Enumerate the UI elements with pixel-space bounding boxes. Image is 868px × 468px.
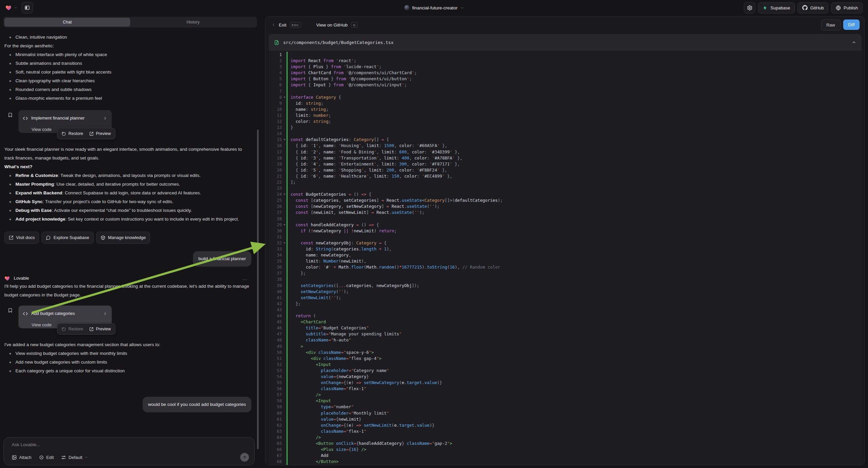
lovable-logo[interactable] xyxy=(5,4,12,11)
list-item: Add project knowledge: Set key context o… xyxy=(4,215,251,224)
line-number: 55 xyxy=(269,380,286,386)
restore-button[interactable]: Restore xyxy=(59,324,86,334)
explore-supabase-button[interactable]: Explore Supabase xyxy=(41,232,93,244)
g-shortcut-badge: G xyxy=(351,22,358,28)
message-menu-icon[interactable]: … xyxy=(242,274,248,283)
line-number: 67 xyxy=(269,452,286,459)
bookmark-icon[interactable] xyxy=(8,112,13,118)
send-button[interactable] xyxy=(240,453,249,462)
github-icon xyxy=(802,5,808,10)
diff-toggle-button[interactable]: Diff xyxy=(843,20,860,30)
tab-history[interactable]: History xyxy=(130,18,256,27)
code-editor[interactable]: 12import React from 'react';3import { Pl… xyxy=(269,51,862,465)
fold-chevron-icon[interactable] xyxy=(283,242,285,244)
code-line: 22]; xyxy=(269,179,862,185)
line-number: 61 xyxy=(269,416,286,422)
line-number: 58 xyxy=(269,398,286,404)
code-line: 2import React from 'react'; xyxy=(269,58,862,64)
code-line: 29 const handleAddCategory = () => { xyxy=(269,222,862,228)
line-number: 11 xyxy=(269,113,286,118)
tab-chat[interactable]: Chat xyxy=(4,18,130,27)
list-item: View existing budget categories with the… xyxy=(4,349,251,358)
code-line: 7 xyxy=(269,88,862,94)
assistant-paragraph: I'll help you add budget categories to t… xyxy=(4,282,251,299)
code-line: 67 Add xyxy=(269,452,862,459)
arrow-up-icon xyxy=(243,455,247,460)
line-number: 45 xyxy=(269,319,286,325)
visit-docs-button[interactable]: Visit docs xyxy=(4,232,39,244)
code-line: 58 <Input xyxy=(269,398,862,404)
fold-chevron-icon[interactable] xyxy=(283,139,285,140)
chat-panel: Chat History Clean, intuitive navigation… xyxy=(0,16,260,468)
list-item: Glass-morphic elements for a premium fee… xyxy=(4,94,251,103)
chevron-right-icon xyxy=(103,312,107,316)
code-line: 19 { id: '4', name: 'Entertainment', lim… xyxy=(269,161,862,167)
design-heading: For the design aesthetic: xyxy=(4,41,251,50)
line-number: 37 xyxy=(269,270,286,276)
code-line: 49 > xyxy=(269,344,862,350)
code-line: 46 title="Budget Categories" xyxy=(269,325,862,331)
code-line: 39 setCategories([...categories, newCate… xyxy=(269,283,862,289)
chat-scrollbar[interactable] xyxy=(257,129,259,449)
code-line: 44 return ( xyxy=(269,313,862,319)
exit-button[interactable]: Exit xyxy=(279,23,286,28)
bullet-list: Clean, intuitive navigation xyxy=(4,33,251,41)
bookmark-icon[interactable] xyxy=(8,308,13,313)
line-number: 44 xyxy=(269,313,286,319)
line-number: 34 xyxy=(269,252,286,258)
esc-shortcut-badge: ESC xyxy=(290,22,301,28)
chat-messages[interactable]: Clean, intuitive navigation For the desi… xyxy=(0,30,256,437)
line-number: 46 xyxy=(269,325,286,331)
line-number: 62 xyxy=(269,422,286,429)
list-item: Add new budget categories with custom li… xyxy=(4,358,251,367)
attach-button[interactable]: Attach xyxy=(12,455,32,460)
added-bullet-list: View existing budget categories with the… xyxy=(4,349,251,375)
fold-chevron-icon[interactable] xyxy=(283,97,285,98)
fold-chevron-icon[interactable] xyxy=(283,224,285,226)
supabase-button[interactable]: Supabase xyxy=(758,2,795,13)
line-number: 12 xyxy=(269,118,286,124)
code-line: 40 setNewCategory(''); xyxy=(269,289,862,295)
external-link-icon xyxy=(89,131,94,136)
edit-button[interactable]: Edit xyxy=(39,455,54,460)
line-number: 3 xyxy=(269,64,286,70)
code-line: 42 }; xyxy=(269,301,862,307)
line-number: 42 xyxy=(269,301,286,307)
top-bar: financial-future-creator Supabase GitHub… xyxy=(0,0,868,16)
line-number: 25 xyxy=(269,197,286,203)
code-line: 25 const [categories, setCategories] = R… xyxy=(269,197,862,203)
manage-knowledge-button[interactable]: Manage knowledge xyxy=(96,232,150,244)
project-switcher[interactable]: financial-future-creator xyxy=(404,0,464,16)
settings-button[interactable] xyxy=(744,2,755,13)
line-number: 26 xyxy=(269,203,286,209)
toggle-sidebar-button[interactable] xyxy=(22,2,33,13)
line-number: 53 xyxy=(269,368,286,374)
chat-input[interactable] xyxy=(12,442,249,453)
code-line: 10 name: string; xyxy=(269,107,862,113)
code-icon xyxy=(23,116,28,121)
file-path: src/components/budget/BudgetCategories.t… xyxy=(283,40,394,45)
file-header[interactable]: src/components/budget/BudgetCategories.t… xyxy=(269,34,862,51)
chevron-up-icon[interactable] xyxy=(851,40,856,45)
code-line: 20 { id: '5', name: 'Shopping', limit: 2… xyxy=(269,167,862,173)
model-selector[interactable]: Default xyxy=(61,455,88,460)
github-button[interactable]: GitHub xyxy=(798,2,829,13)
chevron-down-icon[interactable] xyxy=(14,6,18,9)
fold-chevron-icon[interactable] xyxy=(283,194,285,195)
assistant-header: Lovable … xyxy=(4,274,251,282)
line-number: 6 xyxy=(269,82,286,88)
user-message-row: would be cool if you could add budget ca… xyxy=(4,397,251,412)
restore-button[interactable]: Restore xyxy=(59,128,86,139)
code-line: 27 const [newLimit, setNewLimit] = React… xyxy=(269,209,862,215)
line-number: 51 xyxy=(269,355,286,361)
preview-button[interactable]: Preview xyxy=(86,128,114,139)
code-line: 16 { id: '1', name: 'Housing', limit: 15… xyxy=(269,143,862,149)
publish-button[interactable]: Publish xyxy=(831,2,863,13)
supabase-bolt-icon xyxy=(763,5,768,10)
list-item: GitHub Sync: Transfer your project's cod… xyxy=(4,197,251,206)
version-card-row: Implement financial planner View code Re… xyxy=(4,110,251,145)
raw-toggle-button[interactable]: Raw xyxy=(821,20,840,31)
preview-button[interactable]: Preview xyxy=(86,324,114,334)
code-icon xyxy=(23,311,28,316)
view-on-github-button[interactable]: View on GitHub xyxy=(316,23,348,28)
